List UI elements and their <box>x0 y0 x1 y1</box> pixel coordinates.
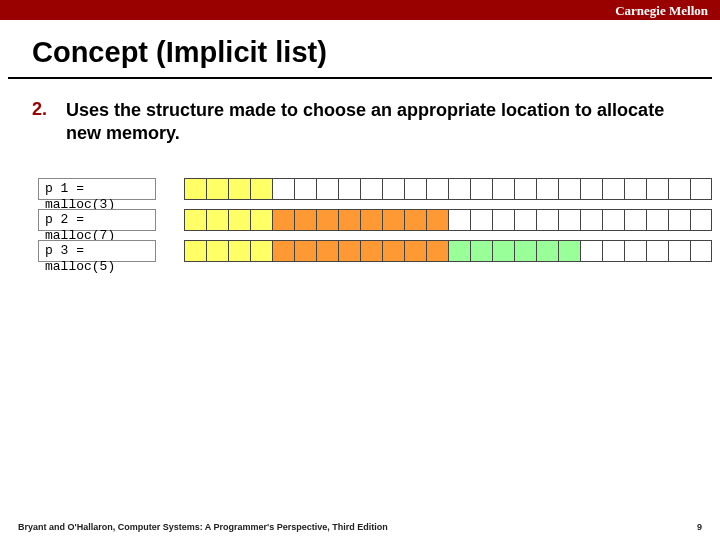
green-cell <box>470 240 492 262</box>
empty-cell <box>558 209 580 231</box>
footer: Bryant and O'Hallaron, Computer Systems:… <box>0 522 720 532</box>
content-area: 2. Uses the structure made to choose an … <box>0 79 720 262</box>
orange-cell <box>338 240 360 262</box>
orange-cell <box>382 209 404 231</box>
green-cell <box>558 240 580 262</box>
orange-cell <box>316 209 338 231</box>
footer-credit: Bryant and O'Hallaron, Computer Systems:… <box>18 522 388 532</box>
malloc-label: p 1 = malloc(3) <box>38 178 156 200</box>
empty-cell <box>338 178 360 200</box>
footer-page: 9 <box>697 522 702 532</box>
yellow-cell <box>206 209 228 231</box>
orange-cell <box>426 240 448 262</box>
empty-cell <box>624 178 646 200</box>
empty-cell <box>470 209 492 231</box>
yellow-cell <box>206 240 228 262</box>
empty-cell <box>646 209 668 231</box>
empty-cell <box>668 178 690 200</box>
orange-cell <box>426 209 448 231</box>
yellow-cell <box>228 240 250 262</box>
orange-cell <box>382 240 404 262</box>
orange-cell <box>404 240 426 262</box>
empty-cell <box>492 209 514 231</box>
orange-cell <box>316 240 338 262</box>
empty-cell <box>514 209 536 231</box>
empty-cell <box>470 178 492 200</box>
empty-cell <box>690 209 712 231</box>
empty-cell <box>690 240 712 262</box>
org-name: Carnegie Mellon <box>615 3 708 18</box>
green-cell <box>536 240 558 262</box>
empty-cell <box>624 209 646 231</box>
empty-cell <box>690 178 712 200</box>
orange-cell <box>338 209 360 231</box>
yellow-cell <box>228 178 250 200</box>
empty-cell <box>514 178 536 200</box>
empty-cell <box>646 240 668 262</box>
malloc-row: p 3 = malloc(5) <box>38 240 696 262</box>
empty-cell <box>646 178 668 200</box>
empty-cell <box>536 209 558 231</box>
malloc-row: p 1 = malloc(3) <box>38 178 696 200</box>
empty-cell <box>558 178 580 200</box>
yellow-cell <box>250 240 272 262</box>
empty-cell <box>580 209 602 231</box>
orange-cell <box>404 209 426 231</box>
empty-cell <box>602 240 624 262</box>
empty-cell <box>448 178 470 200</box>
cell-strip <box>184 178 712 200</box>
empty-cell <box>668 240 690 262</box>
empty-cell <box>316 178 338 200</box>
cell-strip <box>184 209 712 231</box>
cell-strip <box>184 240 712 262</box>
empty-cell <box>294 178 316 200</box>
yellow-cell <box>250 209 272 231</box>
yellow-cell <box>184 209 206 231</box>
empty-cell <box>382 178 404 200</box>
slide-title: Concept (Implicit list) <box>8 20 712 79</box>
empty-cell <box>448 209 470 231</box>
malloc-row: p 2 = malloc(7) <box>38 209 696 231</box>
list-number: 2. <box>24 99 66 146</box>
empty-cell <box>602 209 624 231</box>
empty-cell <box>492 178 514 200</box>
orange-cell <box>294 209 316 231</box>
yellow-cell <box>184 240 206 262</box>
yellow-cell <box>184 178 206 200</box>
empty-cell <box>404 178 426 200</box>
green-cell <box>514 240 536 262</box>
yellow-cell <box>206 178 228 200</box>
yellow-cell <box>250 178 272 200</box>
malloc-label: p 3 = malloc(5) <box>38 240 156 262</box>
orange-cell <box>360 240 382 262</box>
empty-cell <box>624 240 646 262</box>
orange-cell <box>294 240 316 262</box>
orange-cell <box>360 209 382 231</box>
empty-cell <box>580 178 602 200</box>
empty-cell <box>536 178 558 200</box>
orange-cell <box>272 240 294 262</box>
malloc-label: p 2 = malloc(7) <box>38 209 156 231</box>
empty-cell <box>360 178 382 200</box>
empty-cell <box>426 178 448 200</box>
green-cell <box>492 240 514 262</box>
empty-cell <box>668 209 690 231</box>
malloc-diagram: p 1 = malloc(3)p 2 = malloc(7)p 3 = mall… <box>24 170 696 262</box>
list-item: 2. Uses the structure made to choose an … <box>24 99 696 146</box>
list-text: Uses the structure made to choose an app… <box>66 99 696 146</box>
empty-cell <box>272 178 294 200</box>
empty-cell <box>580 240 602 262</box>
green-cell <box>448 240 470 262</box>
orange-cell <box>272 209 294 231</box>
empty-cell <box>602 178 624 200</box>
yellow-cell <box>228 209 250 231</box>
header-bar: Carnegie Mellon <box>0 0 720 20</box>
